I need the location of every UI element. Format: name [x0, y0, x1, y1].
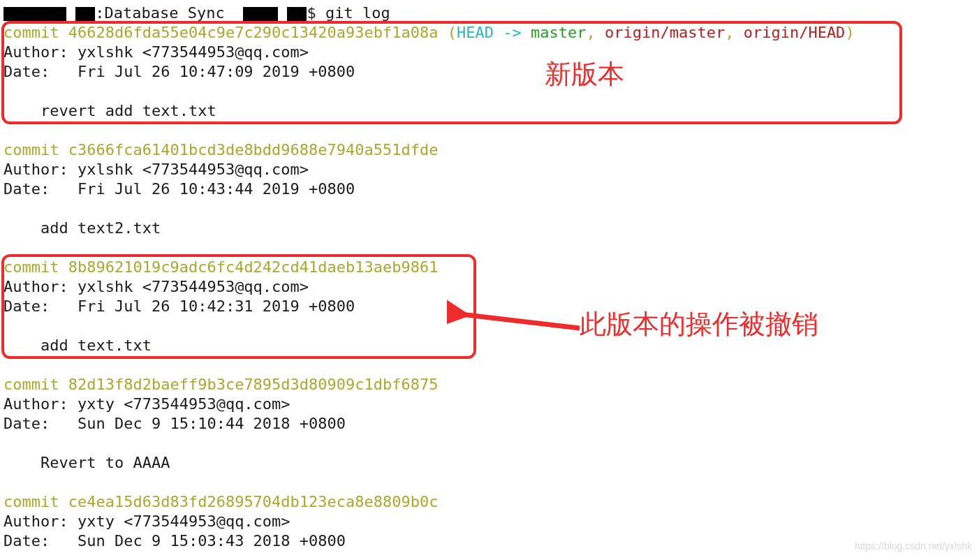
blank-line [3, 199, 976, 219]
commit-message: Revert to AAAA [3, 453, 976, 473]
redacted-host [3, 7, 66, 21]
commit-date: Date: Sun Dec 9 15:03:43 2018 +0800 [3, 531, 976, 551]
commit-author: Author: yxty <773544953@qq.com> [3, 395, 976, 414]
commit-prefix: commit [3, 376, 68, 393]
commit-line: commit ce4ea15d63d83fd26895704db123eca8e… [3, 492, 976, 512]
refs-close-paren: ) [845, 24, 854, 41]
blank-line [3, 82, 976, 101]
terminal-output: :Database_Sync $ git log commit 46628d6f… [3, 3, 976, 551]
arrow-icon [447, 293, 587, 349]
prompt-command: $ git log [307, 4, 390, 22]
commit-line: commit 8b89621019c9adc6fc4d242cd41daeb13… [3, 258, 976, 277]
commit-message: revert add text.txt [3, 101, 976, 121]
annotation-reverted: 此版本的操作被撤销 [580, 314, 818, 334]
blank-line [3, 121, 976, 140]
commit-hash: c3666fca61401bcd3de8bdd9688e7940a551dfde [68, 141, 439, 159]
ref-comma: , [586, 24, 605, 41]
ref-head: HEAD [457, 24, 494, 41]
ref-remote: origin/master [605, 24, 725, 41]
blank-line [3, 434, 976, 453]
prompt-path: :Database_Sync [95, 4, 243, 22]
annotation-new-version: 新版本 [545, 64, 624, 84]
commit-hash: ce4ea15d63d83fd26895704db123eca8e8809b0c [68, 493, 439, 510]
svg-line-0 [461, 314, 580, 328]
watermark: https://blog.csdn.net/yxlshk [855, 536, 972, 556]
redacted-segment [75, 7, 95, 21]
commit-hash: 82d13f8d2baeff9b3ce7895d3d80909c1dbf6875 [68, 376, 439, 393]
ref-comma: , [725, 24, 744, 41]
redacted-user [243, 7, 278, 21]
commit-line: commit 82d13f8d2baeff9b3ce7895d3d80909c1… [3, 375, 976, 395]
commit-date: Date: Fri Jul 26 10:47:09 2019 +0800 [3, 62, 976, 82]
refs-open-paren: ( [448, 24, 457, 41]
blank-line [3, 473, 976, 492]
blank-line [3, 238, 976, 258]
redacted-segment [287, 7, 307, 21]
commit-author: Author: yxty <773544953@qq.com> [3, 512, 976, 531]
commit-hash: 8b89621019c9adc6fc4d242cd41daeb13aeb9861 [68, 258, 439, 276]
commit-prefix: commit [3, 141, 68, 159]
commit-date: Date: Sun Dec 9 15:10:44 2018 +0800 [3, 414, 976, 434]
commit-message: add text2.txt [3, 219, 976, 238]
blank-line [3, 355, 976, 375]
commit-prefix: commit [3, 493, 68, 510]
commit-hash: 46628d6fda55e04c9e7c290c13420a93ebf1a08a [68, 24, 439, 41]
ref-remote: origin/HEAD [744, 24, 846, 41]
commit-author: Author: yxlshk <773544953@qq.com> [3, 160, 976, 179]
commit-date: Date: Fri Jul 26 10:43:44 2019 +0800 [3, 179, 976, 199]
commit-author: Author: yxlshk <773544953@qq.com> [3, 43, 976, 62]
commit-prefix: commit [3, 258, 68, 276]
commit-line: commit c3666fca61401bcd3de8bdd9688e7940a… [3, 140, 976, 160]
prompt-line: :Database_Sync $ git log [3, 3, 976, 23]
ref-branch: master [531, 24, 586, 41]
ref-arrow: -> [494, 24, 531, 41]
commit-prefix: commit [3, 24, 68, 41]
commit-line: commit 46628d6fda55e04c9e7c290c13420a93e… [3, 23, 976, 43]
